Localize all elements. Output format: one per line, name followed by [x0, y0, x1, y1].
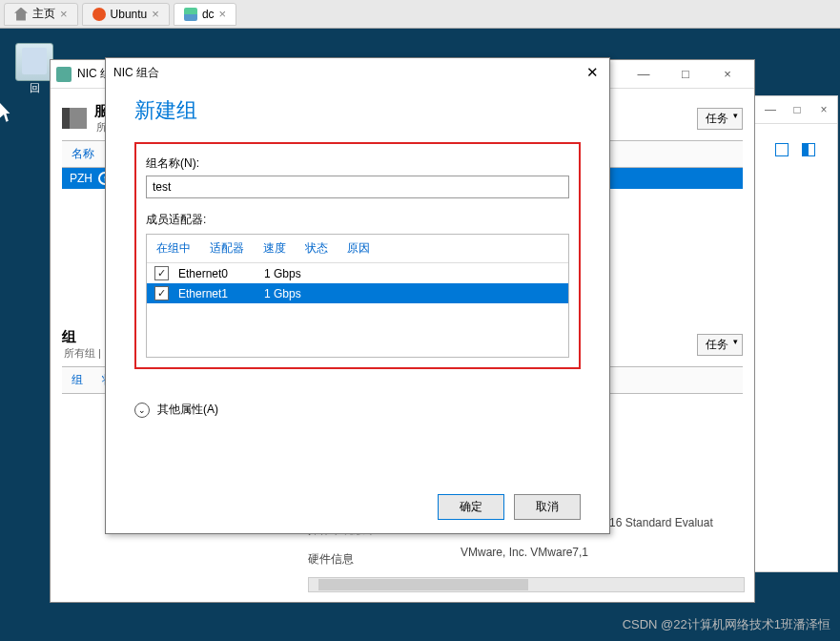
col-adapter[interactable]: 适配器	[200, 235, 254, 262]
adapter-list: 在组中 适配器 速度 状态 原因 ✓ Ethernet0 1 Gbps ✓ Et…	[146, 234, 569, 358]
members-label: 成员适配器:	[146, 212, 569, 228]
adapter-name: Ethernet1	[178, 287, 255, 300]
other-properties-expander[interactable]: ⌄ 其他属性(A)	[134, 402, 581, 418]
chevron-down-icon: ⌄	[134, 403, 150, 418]
recycle-bin-icon	[15, 43, 53, 81]
tasks-dropdown[interactable]: 任务	[697, 108, 743, 130]
close-icon[interactable]: ×	[219, 7, 227, 21]
tab-bar: 主页 × Ubuntu × dc ×	[0, 0, 840, 29]
home-icon	[14, 8, 28, 21]
watermark: CSDN @22计算机网络技术1班潘泽恒	[623, 616, 830, 633]
teams-heading: 组	[62, 328, 101, 346]
tab-label: 主页	[32, 6, 55, 22]
teams-sub: 所有组 |	[64, 346, 101, 361]
adapter-row[interactable]: ✓ Ethernet0 1 Gbps	[147, 263, 568, 283]
close-button[interactable]: ×	[707, 61, 748, 88]
checkbox[interactable]: ✓	[154, 286, 169, 300]
minimize-button[interactable]: —	[757, 96, 784, 123]
window-controls: — □ ×	[753, 96, 837, 124]
dialog-title-bar: NIC 组合 ✕	[106, 58, 609, 87]
hw-label: 硬件信息	[308, 551, 461, 568]
adapter-row[interactable]: ✓ Ethernet1 1 Gbps	[147, 283, 568, 303]
highlight-box: 组名称(N): 成员适配器: 在组中 适配器 速度 状态 原因 ✓ Ethern…	[134, 142, 581, 369]
other-properties-label: 其他属性(A)	[157, 402, 218, 418]
tasks-dropdown[interactable]: 任务	[697, 334, 743, 356]
adapter-columns: 在组中 适配器 速度 状态 原因	[147, 235, 568, 263]
dialog-title: NIC 组合	[113, 65, 159, 81]
tab-label: Ubuntu	[111, 8, 148, 21]
tab-label: dc	[202, 8, 215, 21]
cursor-icon	[0, 103, 15, 124]
close-icon[interactable]: ×	[60, 7, 68, 21]
new-team-dialog: NIC 组合 ✕ 新建组 组名称(N): 成员适配器: 在组中 适配器 速度 状…	[105, 57, 610, 534]
adapter-speed: 1 Gbps	[264, 287, 301, 300]
layout-icon[interactable]	[775, 143, 789, 156]
side-window: — □ ×	[752, 95, 838, 572]
recycle-bin[interactable]: 回	[15, 43, 53, 95]
col-reason[interactable]: 原因	[338, 235, 379, 262]
ok-button[interactable]: 确定	[438, 494, 504, 520]
col-in-team[interactable]: 在组中	[147, 235, 200, 262]
close-icon[interactable]: ×	[152, 7, 159, 21]
recycle-bin-label: 回	[15, 81, 53, 95]
horizontal-scrollbar[interactable]	[308, 577, 745, 592]
close-button[interactable]: ✕	[583, 63, 602, 82]
dc-icon	[184, 8, 197, 21]
dialog-heading: 新建组	[134, 96, 581, 125]
server-name: PZH	[70, 172, 92, 185]
col-team[interactable]: 组	[62, 367, 92, 393]
layout-half-icon[interactable]	[802, 143, 815, 156]
maximize-button[interactable]: □	[665, 61, 707, 88]
minimize-button[interactable]: —	[623, 61, 665, 88]
tab-ubuntu[interactable]: Ubuntu ×	[82, 3, 170, 26]
ubuntu-icon	[92, 8, 106, 21]
app-icon	[56, 67, 72, 82]
tab-home[interactable]: 主页 ×	[4, 3, 78, 26]
maximize-button[interactable]: □	[784, 96, 810, 123]
servers-icon	[62, 108, 87, 129]
hw-value: VMware, Inc. VMware7,1	[461, 546, 588, 571]
col-state[interactable]: 状态	[296, 235, 338, 262]
team-name-input[interactable]	[146, 176, 569, 198]
col-name[interactable]: 名称	[62, 141, 104, 167]
team-name-label: 组名称(N):	[146, 155, 569, 172]
adapter-name: Ethernet0	[178, 267, 255, 280]
tab-dc[interactable]: dc ×	[174, 3, 236, 26]
close-button[interactable]: ×	[810, 96, 837, 123]
col-speed[interactable]: 速度	[254, 235, 296, 262]
cancel-button[interactable]: 取消	[514, 494, 581, 520]
adapter-speed: 1 Gbps	[264, 267, 301, 280]
checkbox[interactable]: ✓	[154, 266, 169, 280]
